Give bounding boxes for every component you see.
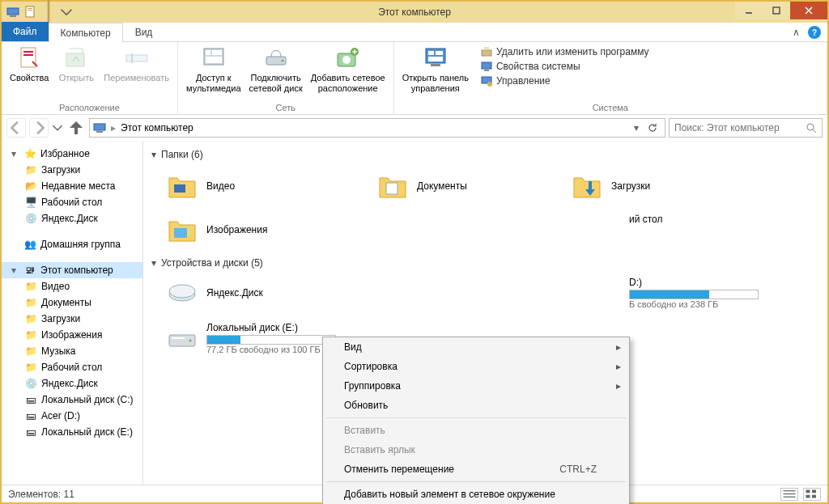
svg-point-47: [169, 285, 195, 298]
quick-access-toolbar: [2, 6, 73, 19]
tree-fav-desktop[interactable]: 🖥️Рабочий стол: [2, 194, 142, 210]
crumb-this-pc[interactable]: Этот компьютер: [121, 122, 193, 133]
help-icon[interactable]: ?: [808, 26, 821, 39]
title-bar: Этот компьютер: [2, 2, 827, 23]
svg-rect-7: [773, 7, 780, 14]
folder-icon: [166, 214, 198, 246]
svg-rect-4: [28, 10, 32, 11]
drive-icon: 🖴: [24, 409, 37, 422]
address-bar[interactable]: ▸ Этот компьютер ▾: [89, 118, 665, 138]
tree-pc-drive-e[interactable]: 🖴Локальный диск (E:): [2, 424, 142, 440]
tree-pc-pictures[interactable]: 📁Изображения: [2, 327, 142, 343]
add-network-location-button[interactable]: Добавить сетевое расположение: [311, 45, 385, 93]
group-label-system: Система: [402, 101, 818, 112]
ctx-refresh[interactable]: Обновить: [323, 396, 629, 415]
tree-pc-video[interactable]: 📁Видео: [2, 278, 142, 294]
up-button[interactable]: [66, 118, 86, 138]
tree-fav-downloads[interactable]: 📁Загрузки: [2, 162, 142, 178]
address-dropdown-icon[interactable]: ▾: [634, 122, 639, 133]
folder-video[interactable]: Видео: [166, 170, 360, 202]
star-icon: ⭐: [23, 147, 36, 160]
tree-pc-documents[interactable]: 📁Документы: [2, 294, 142, 311]
folder-icon: 📁: [24, 361, 37, 374]
system-properties-button[interactable]: Свойства системы: [480, 60, 649, 73]
group-devices-header[interactable]: ▾Устройства и диски (5): [151, 257, 821, 269]
svg-point-23: [342, 56, 351, 64]
ribbon-group-network: Доступ к мультимедиа Подключить сетевой …: [178, 42, 394, 114]
properties-icon[interactable]: [24, 6, 37, 19]
folders-grid: Видео Документы Загрузки Изображения ий …: [150, 163, 821, 252]
svg-rect-11: [23, 51, 33, 53]
search-input[interactable]: [674, 122, 806, 133]
folder-downloads[interactable]: Загрузки: [571, 170, 765, 202]
svg-rect-42: [174, 184, 185, 193]
map-drive-button[interactable]: Подключить сетевой диск: [249, 45, 303, 93]
folder-documents[interactable]: Документы: [376, 170, 571, 202]
ctx-separator: [326, 481, 626, 482]
svg-rect-54: [806, 490, 810, 493]
window-title: Этот компьютер: [2, 6, 827, 18]
media-access-button[interactable]: Доступ к мультимедиа: [186, 45, 241, 93]
tree-pc-drive-d[interactable]: 🖴Acer (D:): [2, 408, 142, 424]
ribbon-group-location: Свойства Открыть Переименовать Расположе…: [2, 42, 178, 114]
open-button: Открыть: [57, 45, 96, 83]
history-dropdown[interactable]: [52, 118, 63, 138]
svg-rect-43: [386, 183, 397, 194]
tree-pc-music[interactable]: 📁Музыка: [2, 343, 142, 359]
ctx-undo-move[interactable]: Отменить перемещениеCTRL+Z: [323, 460, 629, 479]
svg-rect-17: [206, 50, 210, 55]
details-view-button[interactable]: [780, 488, 798, 501]
tree-pc-drive-c[interactable]: 🖴Локальный диск (C:): [2, 392, 142, 408]
group-folders-header[interactable]: ▾Папки (6): [151, 149, 821, 160]
forward-button[interactable]: [29, 118, 49, 138]
svg-point-37: [487, 82, 492, 87]
tab-computer[interactable]: Компьютер: [49, 23, 123, 42]
svg-rect-39: [96, 131, 103, 133]
back-button[interactable]: [6, 118, 26, 138]
ctx-group[interactable]: Группировка▸: [323, 376, 629, 396]
maximize-button[interactable]: [763, 2, 790, 19]
minimize-button[interactable]: [735, 2, 763, 19]
tree-favorites[interactable]: ▾⭐Избранное: [2, 146, 142, 162]
tiles-view-button[interactable]: [803, 488, 821, 501]
body: ▾⭐Избранное 📁Загрузки 📂Недавние места 🖥️…: [2, 141, 827, 485]
manage-button[interactable]: Управление: [480, 74, 649, 87]
addloc-icon: [335, 45, 361, 71]
tab-file[interactable]: Файл: [2, 22, 49, 41]
submenu-arrow-icon: ▸: [616, 380, 621, 392]
search-box[interactable]: [669, 118, 823, 138]
tab-view[interactable]: Вид: [123, 22, 165, 41]
refresh-icon[interactable]: [647, 122, 658, 133]
drive-d-partial[interactable]: D:) Б свободно из 238 ГБ: [629, 277, 827, 309]
tree-fav-yadisk[interactable]: 💿Яндекс.Диск: [2, 210, 142, 227]
drive-yadisk[interactable]: Яндекс.Диск: [166, 277, 360, 309]
svg-rect-1: [10, 15, 16, 17]
search-icon[interactable]: [806, 122, 817, 133]
drive-icon: [166, 322, 198, 354]
ctx-add-network-place[interactable]: Добавить новый элемент в сетевое окружен…: [323, 485, 629, 504]
tree-pc-downloads[interactable]: 📁Загрузки: [2, 311, 142, 327]
tree-this-pc[interactable]: ▾🖳Этот компьютер: [2, 262, 142, 278]
tree-fav-recent[interactable]: 📂Недавние места: [2, 178, 142, 194]
qat-dropdown-icon[interactable]: [60, 6, 73, 19]
tree-homegroup[interactable]: 👥Домашняя группа: [2, 236, 142, 252]
folder-desktop-partial[interactable]: ий стол: [629, 214, 823, 225]
folder-pictures[interactable]: Изображения: [166, 214, 360, 246]
ctx-sort[interactable]: Сортировка▸: [323, 357, 629, 376]
collapse-ribbon-icon[interactable]: ∧: [793, 27, 800, 38]
ctx-view[interactable]: Вид▸: [323, 337, 629, 357]
crumb-sep-icon[interactable]: ▸: [111, 122, 116, 133]
svg-rect-44: [174, 228, 187, 238]
folder-icon: 📁: [24, 280, 37, 293]
properties-button[interactable]: Свойства: [10, 45, 49, 83]
close-button[interactable]: [790, 2, 827, 19]
tree-pc-yadisk[interactable]: 💿Яндекс.Диск: [2, 375, 142, 392]
folder-icon: 📁: [24, 345, 37, 358]
control-panel-button[interactable]: Открыть панель управления: [402, 45, 469, 93]
uninstall-button[interactable]: Удалить или изменить программу: [480, 45, 649, 58]
open-icon: [63, 45, 89, 71]
tree-pc-desktop[interactable]: 📁Рабочий стол: [2, 359, 142, 375]
svg-rect-34: [482, 62, 491, 69]
status-count: Элементов: 11: [8, 489, 74, 500]
svg-rect-57: [812, 495, 816, 498]
